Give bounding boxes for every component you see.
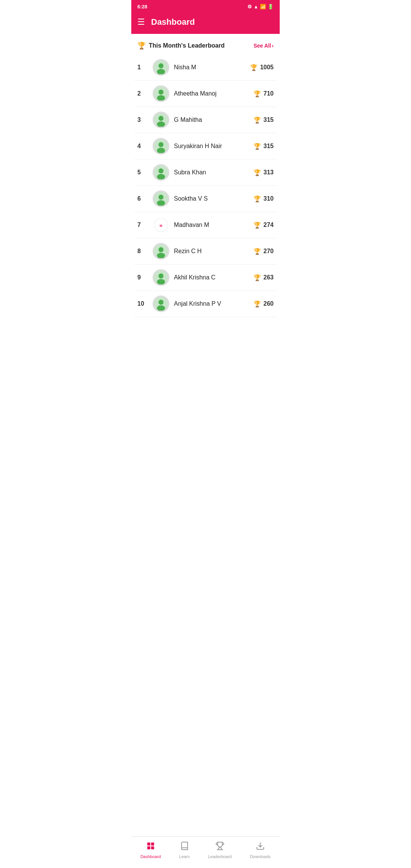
score-value: 315 [263, 143, 274, 150]
svg-rect-31 [147, 846, 150, 849]
score-trophy-icon: 🏆 [253, 222, 261, 229]
rank-number: 8 [137, 248, 148, 255]
status-icons: ⚙ ▲ 📶 🔋 [247, 4, 274, 10]
nav-item-dashboard[interactable]: Dashboard [134, 840, 167, 860]
score-value: 1005 [260, 64, 274, 71]
menu-icon[interactable]: ☰ [137, 17, 145, 27]
user-score: 🏆 270 [253, 248, 274, 255]
user-name: Madhavan M [174, 222, 249, 228]
avatar: M [153, 217, 169, 233]
avatar [153, 295, 169, 312]
avatar [153, 269, 169, 286]
nav-item-learn[interactable]: Learn [173, 840, 196, 860]
table-row: 3 G Mahitha 🏆 315 [134, 107, 277, 133]
avatar [153, 243, 169, 260]
avatar [153, 112, 169, 128]
signal-icon: 📶 [260, 4, 266, 10]
score-value: 310 [263, 195, 274, 202]
user-name: Rezin C H [174, 248, 249, 255]
bottom-nav: Dashboard Learn Leaderboard [131, 836, 280, 868]
score-trophy-icon: 🏆 [253, 195, 261, 203]
svg-point-1 [158, 63, 163, 68]
svg-point-7 [158, 116, 163, 121]
section-title-text: This Month's Leaderboard [149, 42, 225, 49]
nav-label-downloads: Downloads [250, 854, 271, 859]
score-value: 260 [263, 300, 274, 307]
user-name: Suryakiran H Nair [174, 143, 249, 150]
svg-point-16 [158, 195, 163, 199]
main-content: 🏆 This Month's Leaderboard See All › 1 N… [131, 34, 280, 850]
battery-icon: 🔋 [268, 4, 274, 10]
user-score: 🏆 260 [253, 300, 274, 308]
table-row: 4 Suryakiran H Nair 🏆 315 [134, 133, 277, 160]
score-trophy-icon: 🏆 [250, 64, 258, 71]
user-name: Nisha M [174, 64, 245, 71]
user-name: Anjal Krishna P V [174, 300, 249, 307]
table-row: 9 Akhil Krishna C 🏆 263 [134, 265, 277, 291]
nav-label-leaderboard: Leaderboard [208, 854, 231, 859]
svg-point-27 [158, 300, 163, 305]
downloads-icon [256, 841, 265, 853]
score-trophy-icon: 🏆 [253, 143, 261, 150]
user-score: 🏆 263 [253, 274, 274, 281]
user-name: Sooktha V S [174, 195, 249, 202]
nav-item-leaderboard[interactable]: Leaderboard [202, 840, 237, 860]
table-row: 5 Subra Khan 🏆 313 [134, 160, 277, 186]
app-header: ☰ Dashboard [131, 13, 280, 34]
score-value: 270 [263, 248, 274, 255]
user-name: Akhil Krishna C [174, 274, 249, 281]
table-row: 8 Rezin C H 🏆 270 [134, 238, 277, 265]
user-name: G Mahitha [174, 116, 249, 123]
score-value: 274 [263, 222, 274, 228]
user-score: 🏆 313 [253, 169, 274, 176]
user-score: 🏆 710 [253, 90, 274, 97]
score-value: 313 [263, 169, 274, 176]
settings-icon: ⚙ [247, 4, 252, 10]
leaderboard-icon [215, 841, 225, 853]
nav-item-downloads[interactable]: Downloads [244, 840, 277, 860]
chevron-right-icon: › [272, 43, 274, 49]
leaderboard-section-header: 🏆 This Month's Leaderboard See All › [131, 34, 280, 54]
user-name: Atheetha Manoj [174, 90, 249, 97]
rank-number: 3 [137, 116, 148, 123]
table-row: 6 Sooktha V S 🏆 310 [134, 186, 277, 212]
avatar [153, 138, 169, 155]
see-all-button[interactable]: See All › [253, 43, 274, 49]
user-score: 🏆 315 [253, 143, 274, 150]
user-score: 🏆 315 [253, 116, 274, 124]
rank-number: 9 [137, 274, 148, 281]
see-all-label: See All [253, 43, 271, 49]
svg-point-4 [158, 89, 163, 94]
rank-number: 6 [137, 195, 148, 202]
rank-number: 1 [137, 64, 148, 71]
nav-label-learn: Learn [179, 854, 190, 859]
dashboard-icon [146, 841, 155, 853]
svg-rect-32 [151, 846, 154, 849]
learn-icon [180, 841, 189, 853]
svg-rect-29 [147, 842, 150, 846]
svg-point-10 [158, 142, 163, 147]
section-trophy-icon: 🏆 [137, 41, 146, 50]
svg-point-24 [158, 273, 163, 278]
table-row: 10 Anjal Krishna P V 🏆 260 [134, 291, 277, 317]
table-row: 7 M Madhavan M 🏆 274 [134, 212, 277, 238]
rank-number: 2 [137, 90, 148, 97]
time-display: 6:28 [137, 4, 147, 10]
rank-number: 5 [137, 169, 148, 176]
user-score: 🏆 310 [253, 195, 274, 203]
rank-number: 4 [137, 143, 148, 150]
nav-label-dashboard: Dashboard [140, 854, 161, 859]
avatar [153, 85, 169, 102]
score-trophy-icon: 🏆 [253, 300, 261, 308]
score-value: 315 [263, 116, 274, 123]
table-row: 2 Atheetha Manoj 🏆 710 [134, 81, 277, 107]
avatar [153, 190, 169, 207]
score-trophy-icon: 🏆 [253, 274, 261, 281]
svg-point-13 [158, 168, 163, 173]
score-value: 710 [263, 90, 274, 97]
table-row: 1 Nisha M 🏆 1005 [134, 54, 277, 81]
avatar [153, 164, 169, 181]
page-title: Dashboard [151, 17, 195, 27]
svg-rect-30 [151, 842, 154, 846]
wifi-icon: ▲ [253, 4, 258, 10]
